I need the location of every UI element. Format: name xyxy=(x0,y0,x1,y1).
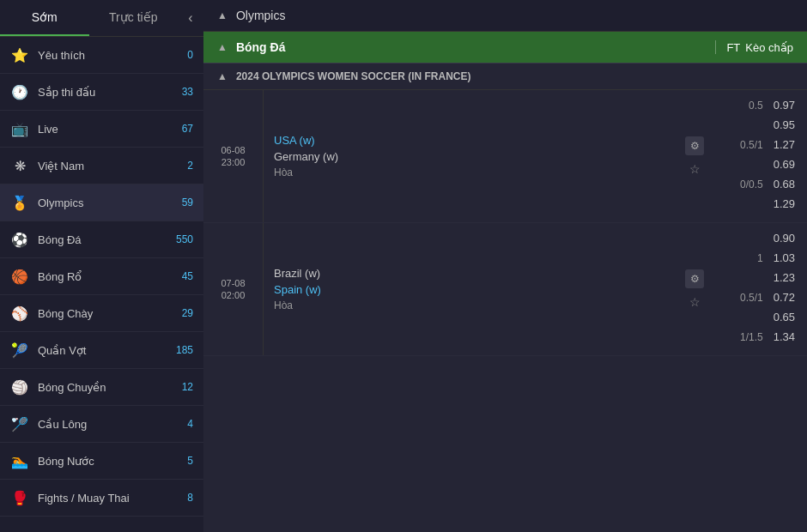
match1-odds-row6: 1.29 xyxy=(770,196,798,212)
match1-odds-1[interactable]: 0.97 xyxy=(770,97,798,113)
match2-teams: Brazil (w) Spain (w) Hòa xyxy=(264,223,677,355)
tab-som[interactable]: Sớm xyxy=(0,0,89,36)
sidebar-item-yeu-thich[interactable]: ⭐ Yêu thích 0 xyxy=(0,37,203,74)
olympics-icon: 🏅 xyxy=(10,193,29,212)
sidebar-item-bong-ro[interactable]: 🏀 Bóng Rổ 45 xyxy=(0,258,203,295)
bongda-title: Bóng Đá xyxy=(236,40,706,54)
match1-odds-pair3: 0.5/1 1.27 xyxy=(740,136,798,153)
volleyball-icon: 🏐 xyxy=(10,378,29,396)
tv-icon: 📺 xyxy=(10,119,29,138)
match2-odds-5[interactable]: 0.65 xyxy=(770,309,798,325)
basketball-icon: 🏀 xyxy=(10,267,29,286)
match1-odds-row4: 0.69 xyxy=(770,156,798,172)
tennis-icon: 🎾 xyxy=(10,341,29,360)
sidebar-tabs: Sớm Trực tiếp ‹ xyxy=(0,0,203,37)
tab-truc-tiep[interactable]: Trực tiếp xyxy=(89,0,179,36)
sidebar-collapse-arrow[interactable]: ‹ xyxy=(178,0,203,36)
waterpolo-icon: 🏊 xyxy=(10,451,29,470)
boxing-icon: 🥊 xyxy=(10,488,29,507)
match2-odds-pair2: 1 1.03 xyxy=(757,250,798,266)
tournament-chevron[interactable]: ▲ xyxy=(217,70,228,82)
match2-odds-pair4: 0.5/1 0.72 xyxy=(740,289,798,305)
sidebar-item-viet-nam[interactable]: ❋ Việt Nam 2 xyxy=(0,148,203,184)
match1-icons: ⚙ ☆ xyxy=(677,90,713,222)
ft-label: FT xyxy=(726,41,740,54)
soccer-icon: ⚽ xyxy=(10,230,29,249)
sidebar-item-olympics[interactable]: 🏅 Olympics 59 xyxy=(0,184,203,221)
match2-odds-3[interactable]: 1.23 xyxy=(770,269,798,286)
match1-teams: USA (w) Germany (w) Hòa xyxy=(264,90,677,222)
match2-icons: ⚙ ☆ xyxy=(677,223,713,355)
match2-datetime: 07-08 02:00 xyxy=(203,223,264,355)
match2-odds: 0.90 1 1.03 1.23 0.5/1 0.72 0.65 1/1.5 1… xyxy=(713,223,807,355)
match1-datetime: 06-08 23:00 xyxy=(203,90,264,222)
match1-odds-4[interactable]: 0.69 xyxy=(770,156,798,172)
bongda-header: ▲ Bóng Đá FT Kèo chấp xyxy=(203,32,807,63)
match1-odds: 0.5 0.97 0.95 0.5/1 1.27 0.69 0/0.5 0.68… xyxy=(713,90,807,222)
match1-odds-6[interactable]: 1.29 xyxy=(770,196,798,212)
match1-odds-pair1: 0.5 0.97 xyxy=(749,97,798,113)
sidebar-item-bong-nuoc[interactable]: 🏊 Bóng Nước 5 xyxy=(0,443,203,480)
sidebar: Sớm Trực tiếp ‹ ⭐ Yêu thích 0 🕐 Sắp thi … xyxy=(0,0,203,532)
match2-odds-pair6: 1/1.5 1.34 xyxy=(740,329,798,345)
match1-team1[interactable]: USA (w) xyxy=(274,134,666,147)
match1-odds-3[interactable]: 1.27 xyxy=(770,136,798,153)
match2-team1[interactable]: Brazil (w) xyxy=(274,267,666,280)
match2-favorite-icon[interactable]: ☆ xyxy=(689,295,701,309)
sidebar-item-bong-da[interactable]: ⚽ Bóng Đá 550 xyxy=(0,221,203,258)
match1-favorite-icon[interactable]: ☆ xyxy=(689,162,701,176)
vietnam-icon: ❋ xyxy=(10,156,29,175)
section-title: Olympics xyxy=(236,9,286,22)
match1-odds-row2: 0.95 xyxy=(770,117,798,133)
match2-odds-row1: 0.90 xyxy=(770,230,798,246)
sidebar-item-sap-thi-dau[interactable]: 🕐 Sắp thi đấu 33 xyxy=(0,74,203,111)
sidebar-item-cau-long[interactable]: 🏸 Cầu Lông 4 xyxy=(0,406,203,443)
match2-odds-row5: 0.65 xyxy=(770,309,798,325)
match2-stats-icon[interactable]: ⚙ xyxy=(685,269,704,288)
sidebar-item-live[interactable]: 📺 Live 67 xyxy=(0,111,203,148)
bongda-divider xyxy=(715,40,716,54)
match2-odds-1[interactable]: 0.90 xyxy=(770,230,798,246)
baseball-icon: ⚾ xyxy=(10,304,29,323)
bongda-chevron[interactable]: ▲ xyxy=(217,41,228,53)
sidebar-item-bong-chay[interactable]: ⚾ Bóng Chày 29 xyxy=(0,295,203,332)
badminton-icon: 🏸 xyxy=(10,414,29,433)
match1-odds-5[interactable]: 0.68 xyxy=(770,176,798,192)
match2-draw: Hòa xyxy=(274,299,666,311)
match1-odds-pair5: 0/0.5 0.68 xyxy=(740,176,798,192)
tournament-header: ▲ 2024 OLYMPICS WOMEN SOCCER (IN FRANCE) xyxy=(203,63,807,90)
sidebar-item-quan-vot[interactable]: 🎾 Quần Vợt 185 xyxy=(0,332,203,369)
match1-stats-icon[interactable]: ⚙ xyxy=(685,136,704,155)
section-chevron-up[interactable]: ▲ xyxy=(217,9,228,21)
match2-odds-6[interactable]: 1.34 xyxy=(770,329,798,345)
match2-team2[interactable]: Spain (w) xyxy=(274,283,666,296)
match-row: 06-08 23:00 USA (w) Germany (w) Hòa ⚙ ☆ … xyxy=(203,90,807,223)
match2-odds-2[interactable]: 1.03 xyxy=(770,250,798,266)
tournament-name: 2024 OLYMPICS WOMEN SOCCER (IN FRANCE) xyxy=(236,70,471,82)
clock-icon: 🕐 xyxy=(10,82,29,101)
star-icon: ⭐ xyxy=(10,45,29,64)
section-header: ▲ Olympics xyxy=(203,0,807,32)
match1-team2[interactable]: Germany (w) xyxy=(274,150,666,163)
match1-draw: Hòa xyxy=(274,166,666,178)
match2-odds-4[interactable]: 0.72 xyxy=(770,289,798,305)
sidebar-item-fights-muay-thai[interactable]: 🥊 Fights / Muay Thai 8 xyxy=(0,480,203,517)
match1-odds-2[interactable]: 0.95 xyxy=(770,117,798,133)
match-row: 07-08 02:00 Brazil (w) Spain (w) Hòa ⚙ ☆… xyxy=(203,223,807,356)
sidebar-item-bong-chuyen[interactable]: 🏐 Bóng Chuyền 12 xyxy=(0,369,203,406)
match2-odds-row3: 1.23 xyxy=(770,269,798,286)
main-content: ▲ Olympics ▲ Bóng Đá FT Kèo chấp ▲ 2024 … xyxy=(203,0,807,532)
keo-chap-label: Kèo chấp xyxy=(745,41,793,54)
